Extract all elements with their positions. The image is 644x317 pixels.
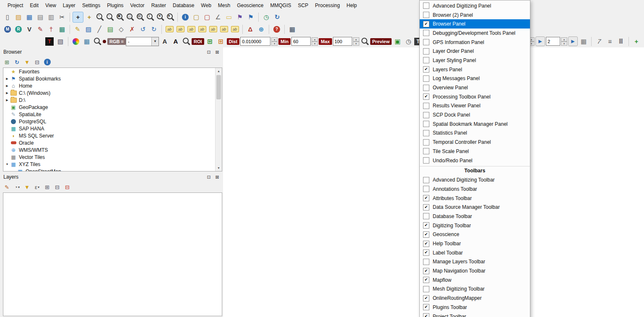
menu-database[interactable]: Database <box>169 1 197 10</box>
menu-item-layer-styling-panel[interactable]: Layer Styling Panel <box>420 56 530 65</box>
checkbox-checked-icon[interactable]: ✔ <box>423 21 429 27</box>
expand-all-icon[interactable]: ⊞ <box>43 183 52 192</box>
checkbox-checked-icon[interactable]: ✔ <box>423 241 429 247</box>
checkbox-checked-icon[interactable]: ✔ <box>423 66 429 73</box>
checkbox-unchecked-icon[interactable] <box>423 48 429 55</box>
toggle-editing-icon[interactable]: ✎ <box>73 24 83 34</box>
menu-item-database-toolbar[interactable]: Database Toolbar <box>420 212 530 221</box>
zoom-full-icon[interactable]: ▣ <box>115 13 125 22</box>
zoom-last-icon[interactable]: ◄ <box>156 13 165 22</box>
menu-item-gps-information-panel[interactable]: GPS Information Panel <box>420 38 530 47</box>
checkbox-unchecked-icon[interactable] <box>423 157 429 164</box>
next-image-icon[interactable]: ▶ <box>568 36 578 46</box>
checkbox-unchecked-icon[interactable] <box>423 85 429 91</box>
checkbox-checked-icon[interactable]: ✔ <box>423 204 429 210</box>
layout-manager-icon[interactable]: ▥ <box>46 12 56 22</box>
scroll-up-icon[interactable]: ▲ <box>216 68 222 74</box>
menu-edit[interactable]: Edit <box>26 1 42 10</box>
style-manager-icon[interactable]: ✂ <box>57 12 67 22</box>
browser-close-button[interactable]: ⊠ <box>214 49 221 55</box>
identify-features-icon[interactable]: i <box>180 12 190 22</box>
preview-style-icon[interactable]: ▣ <box>392 36 402 47</box>
browser-item-vector-tiles[interactable]: ▦Vector Tiles <box>3 153 216 161</box>
preview-clock-icon[interactable]: ◷ <box>403 36 413 47</box>
open-project-icon[interactable]: ▨ <box>13 12 23 22</box>
styling-dock-icon[interactable]: ✎ <box>3 183 11 192</box>
menu-processing[interactable]: Processing <box>312 1 343 10</box>
attribute-table-icon[interactable]: ▦ <box>287 24 297 34</box>
checkbox-checked-icon[interactable]: ✔ <box>423 231 429 238</box>
menu-scp[interactable]: SCP <box>295 1 312 10</box>
browser-item-home[interactable]: ▶⌂Home <box>3 82 216 89</box>
checkbox-checked-icon[interactable]: ✔ <box>423 268 429 274</box>
vertex-tool-icon[interactable]: ◇ <box>116 24 126 34</box>
menu-item-statistics-panel[interactable]: Statistics Panel <box>420 129 530 138</box>
pan-map-icon[interactable]: + <box>73 12 83 23</box>
section-lines-icon[interactable]: ≡ <box>605 36 615 47</box>
geoscience-pick-icon[interactable]: † <box>46 24 56 34</box>
select-features-icon[interactable]: ▢ <box>191 12 201 22</box>
dist-input[interactable] <box>240 37 270 46</box>
pin-labels-icon[interactable]: ab <box>186 24 196 34</box>
menu-item-help-toolbar[interactable]: ✔Help Toolbar <box>420 239 530 248</box>
section-dip-icon[interactable]: 7 <box>594 36 604 47</box>
menu-item-mesh-digitizing-toolbar[interactable]: Mesh Digitizing Toolbar <box>420 285 530 294</box>
menu-item-tile-scale-panel[interactable]: Tile Scale Panel <box>420 147 530 156</box>
menu-web[interactable]: Web <box>197 1 214 10</box>
next-band-icon[interactable]: ▶ <box>535 36 545 46</box>
menu-item-debugging-development-tools-panel[interactable]: Debugging/Development Tools Panel <box>420 29 530 38</box>
delete-selected-icon[interactable]: ✗ <box>127 24 137 34</box>
layer-diagram-icon[interactable]: ab <box>175 24 185 34</box>
menu-item-browser-2-panel[interactable]: Browser (2) Panel <box>420 10 530 20</box>
collapse-all-icon[interactable]: ⊟ <box>53 183 62 192</box>
stretch-stddev-icon[interactable]: A <box>171 36 181 47</box>
filter-browser-icon[interactable]: ▼ <box>23 58 31 67</box>
step-input[interactable] <box>546 37 560 46</box>
scp-zoom-icon[interactable] <box>93 37 102 46</box>
onlineroutingmapper-icon[interactable]: R <box>13 24 23 34</box>
mapflow-icon[interactable]: M <box>3 24 13 34</box>
menu-item-project-toolbar[interactable]: ✔Project Toolbar <box>420 312 530 317</box>
browser-item-c-windows[interactable]: ▶C:\ (Windows) <box>3 89 216 96</box>
measure-icon[interactable]: ∠ <box>213 12 223 22</box>
browser-item-spatial-bookmarks[interactable]: ▶⚑Spatial Bookmarks <box>3 75 216 82</box>
scp-band-grid-icon[interactable]: ▦ <box>82 36 92 47</box>
checkbox-checked-icon[interactable]: ✔ <box>423 295 429 301</box>
browser-item-oracle[interactable]: Oracle <box>3 139 216 146</box>
checkbox-checked-icon[interactable]: ✔ <box>423 222 429 229</box>
remove-layer-icon[interactable]: ⊟ <box>63 183 72 192</box>
checkbox-unchecked-icon[interactable] <box>423 3 429 9</box>
browser-item-geopackage[interactable]: ▣GeoPackage <box>3 104 216 111</box>
browser-item-postgresql[interactable]: PostgreSQL <box>3 118 216 125</box>
checkbox-checked-icon[interactable]: ✔ <box>423 313 429 317</box>
manage-themes-icon[interactable]: ◔▾ <box>13 183 21 192</box>
geoscience-grid-icon[interactable]: ▦ <box>57 24 67 34</box>
new-layout-icon[interactable]: ▤ <box>35 12 45 22</box>
band-grid-icon[interactable]: ▦ <box>579 36 589 47</box>
max-spinner[interactable]: ▲▼ <box>353 37 359 46</box>
scp-plot-icon[interactable] <box>71 36 81 47</box>
section-bars-icon[interactable]: Ⅲ <box>616 36 626 47</box>
globe-icon[interactable]: ⊕ <box>256 24 266 34</box>
geoscience-vector-icon[interactable]: V <box>24 24 34 34</box>
collapse-all-icon[interactable]: ⊟ <box>33 58 42 67</box>
menu-item-label-toolbar[interactable]: ✔Label Toolbar <box>420 248 530 257</box>
menu-item-manage-layers-toolbar[interactable]: Manage Layers Toolbar <box>420 257 530 267</box>
checkbox-unchecked-icon[interactable] <box>423 213 429 219</box>
checkbox-unchecked-icon[interactable] <box>423 121 429 127</box>
menu-item-layers-panel[interactable]: ✔Layers Panel <box>420 65 530 74</box>
dist-spinner[interactable]: ▲▼ <box>271 37 278 46</box>
menu-item-data-source-manager-toolbar[interactable]: ✔Data Source Manager Toolbar <box>420 203 530 212</box>
checkbox-checked-icon[interactable]: ✔ <box>423 304 429 310</box>
undo-icon[interactable]: ↺ <box>138 24 148 34</box>
min-input[interactable] <box>291 37 311 46</box>
map-tips-icon[interactable]: ▭ <box>224 12 234 22</box>
add-selected-layers-icon[interactable]: ⊞ <box>3 58 11 67</box>
add-feature-icon[interactable]: ▤ <box>105 24 115 34</box>
checkbox-unchecked-icon[interactable] <box>423 30 429 36</box>
geoscience-pencil-icon[interactable]: ✎ <box>35 24 45 34</box>
browser-float-button[interactable]: ⊡ <box>205 49 212 55</box>
layers-close-button[interactable]: ⊠ <box>214 174 221 180</box>
browser-item-wms-wmts[interactable]: ⊕WMS/WMTS <box>3 146 216 153</box>
max-input[interactable] <box>333 37 352 46</box>
